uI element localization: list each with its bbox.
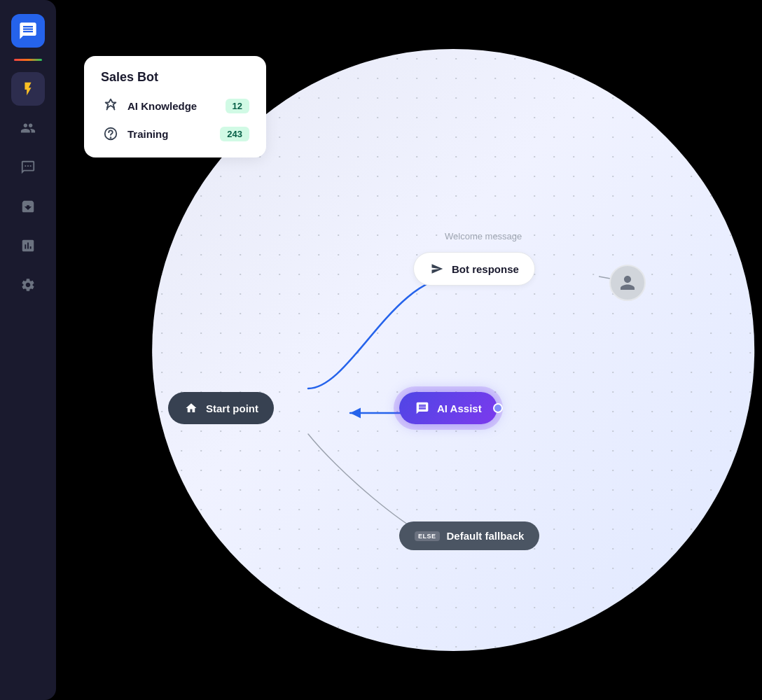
info-card: Sales Bot AI Knowledge 12 Training (84, 56, 266, 158)
archive-icon (20, 199, 36, 214)
else-badge: ELSE (415, 531, 440, 541)
welcome-label: Welcome message (445, 231, 522, 241)
sidebar-item-lightning[interactable] (11, 72, 45, 106)
ai-assist-label: AI Assist (437, 402, 482, 414)
training-label: Training (127, 128, 213, 140)
ai-assist-dot (493, 403, 503, 413)
logo-icon (18, 21, 38, 41)
default-fallback-node[interactable]: ELSE Default fallback (399, 522, 539, 550)
avatar-icon (617, 272, 638, 293)
users-icon (20, 120, 36, 136)
sidebar-color-bar (14, 59, 42, 61)
bot-response-node[interactable]: Bot response (413, 252, 535, 286)
ai-knowledge-label: AI Knowledge (127, 100, 219, 112)
start-point-label: Start point (206, 402, 258, 414)
analytics-icon (20, 238, 36, 253)
sidebar-item-archive[interactable] (11, 190, 45, 223)
bot-response-label: Bot response (452, 263, 519, 275)
avatar-node[interactable] (609, 265, 646, 301)
training-icon (101, 124, 120, 144)
training-badge: 243 (220, 127, 249, 141)
sidebar-item-conversations[interactable] (11, 150, 45, 184)
sidebar-item-users[interactable] (11, 111, 45, 145)
svg-point-1 (111, 137, 111, 138)
ai-knowledge-icon (101, 96, 120, 115)
sidebar-item-analytics[interactable] (11, 229, 45, 262)
lightning-icon (20, 81, 36, 97)
ai-knowledge-badge: 12 (226, 99, 249, 113)
page-container: Sales Bot AI Knowledge 12 Training (0, 0, 762, 700)
info-card-title: Sales Bot (101, 70, 249, 85)
start-point-node[interactable]: Start point (168, 392, 274, 424)
sidebar (0, 0, 56, 700)
training-item[interactable]: Training 243 (101, 124, 249, 144)
sidebar-item-settings[interactable] (11, 268, 45, 302)
ai-assist-icon (415, 400, 430, 416)
fallback-label: Default fallback (447, 530, 525, 542)
sidebar-logo[interactable] (11, 14, 45, 48)
home-icon (183, 400, 199, 416)
conversations-icon (20, 160, 36, 175)
settings-icon (20, 277, 36, 293)
ai-assist-node[interactable]: AI Assist (399, 392, 497, 424)
ai-knowledge-item[interactable]: AI Knowledge 12 (101, 96, 249, 115)
bot-response-icon (429, 261, 445, 276)
